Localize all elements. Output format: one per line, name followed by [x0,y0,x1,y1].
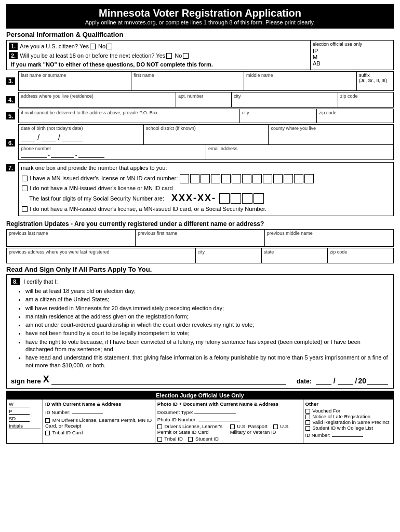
addr-row: address where you live (residence) apt. … [18,92,394,108]
cert-item-6: have not been found by a court to be leg… [25,329,389,337]
row6-outer: date of birth (not today's date) / / sch… [18,124,394,160]
doc-type-field[interactable] [194,408,236,414]
tribal-id-label: Tribal ID [164,436,183,442]
dob-year-input[interactable] [62,133,83,141]
mail-city-input[interactable] [242,115,314,122]
q2-no-checkbox[interactable] [183,53,189,59]
lic-box-12[interactable] [294,174,303,183]
student-college-label: Student ID with College List [312,425,373,431]
addr-input[interactable] [21,99,174,105]
last-name-input[interactable] [21,78,129,84]
date-20: 20 [358,377,366,385]
row7-opt1-checkbox[interactable] [22,176,28,181]
row5-num: 5. [6,112,15,119]
lic-box-7[interactable] [242,174,251,183]
passport-checkbox[interactable] [230,424,235,429]
lic-box-8[interactable] [252,174,262,183]
date-year-blank[interactable] [367,376,388,385]
cert-intro-row: 8. I certify that I: [11,278,389,285]
lic-box-13[interactable] [304,174,314,183]
name-row: last name or surname first name middle n… [18,71,394,91]
cert-num: 8. [11,278,20,285]
lic-box-5[interactable] [221,174,231,183]
dl-permit-option: Driver's License, Learner's Permit or St… [157,423,228,435]
q1-yes-checkbox[interactable] [90,44,96,49]
lic-box-11[interactable] [284,174,293,183]
date-month-blank[interactable] [316,376,331,385]
official-m: M [313,54,391,60]
prev-zip-input[interactable] [330,255,391,261]
q2-yes-checkbox[interactable] [166,53,172,59]
sign-blank[interactable] [51,375,286,385]
cert-item-2: am a citizen of the United States; [25,296,389,303]
lic-box-4[interactable] [211,174,220,183]
dob-month-input[interactable] [21,133,35,141]
prev-middle-input[interactable] [267,236,391,242]
county-input[interactable] [271,131,391,137]
mail-input[interactable] [21,115,237,122]
id-number-field[interactable] [72,408,103,414]
lic-box-2[interactable] [190,174,199,183]
mail-zip-label: zip code [319,110,391,115]
lic-box-6[interactable] [232,174,241,183]
phone-prefix-input[interactable] [51,151,74,158]
student-id-checkbox[interactable] [188,437,193,442]
prev-first-input[interactable] [138,236,262,242]
tribal-id-checkbox[interactable] [157,437,162,442]
suffix-input[interactable] [359,83,391,89]
email-input[interactable] [208,151,391,157]
tribal-checkbox[interactable] [45,431,50,435]
first-name-input[interactable] [134,78,242,84]
row6-num: 6. [6,139,15,147]
lic-box-3[interactable] [201,174,210,183]
prev-addr-input[interactable] [9,255,193,261]
notice-late-checkbox[interactable] [305,415,310,419]
lic-box-9[interactable] [263,174,272,183]
city-input[interactable] [234,99,336,105]
ssn-box-1[interactable] [219,193,230,204]
vouched-checkbox[interactable] [305,409,310,414]
page-subtitle: Apply online at mnvotes.org, or complete… [8,19,392,25]
prev-state-input[interactable] [264,255,325,261]
prev-last-input[interactable] [9,236,133,242]
valid-same-checkbox[interactable] [305,420,310,425]
first-name-cell: first name [131,72,244,90]
photo-id-field[interactable] [198,415,240,421]
suffix-label: suffix (Jr., Sr., II, III) [359,73,387,83]
dl-permit-checkbox[interactable] [157,424,162,429]
id-number2-field[interactable] [332,431,363,437]
middle-name-input[interactable] [246,78,354,84]
row6-num-wrap: 6. [6,124,17,161]
row7-opt3-checkbox[interactable] [22,206,28,212]
phone-number-input[interactable] [78,151,104,158]
date-day-blank[interactable] [338,376,353,385]
mn-dl-checkbox[interactable] [45,418,50,423]
ssn-box-4[interactable] [254,193,264,204]
school-input[interactable] [146,131,266,137]
photo-options2: Tribal ID Student ID [157,436,301,442]
passport-option: U.S. Passport U.S. Military or Veteran I… [230,423,301,435]
lic-box-10[interactable] [273,174,283,183]
sd-row: SD [9,416,41,422]
military-checkbox[interactable] [273,424,278,429]
warning-text: If you mark "NO" to either of these ques… [9,60,308,69]
row7-opt1: I have a MN-issued driver's license or M… [21,173,391,183]
apt-input[interactable] [178,99,229,105]
ssn-box-2[interactable] [231,193,241,204]
notice-late-row: Notice of Late Registration [305,414,391,419]
prev-city-input[interactable] [198,255,259,261]
phone-area-input[interactable] [21,151,47,158]
lic-box-1[interactable] [180,174,189,183]
q-main-block: 1. Are you a U.S. citizen? Yes No 2. Wil… [6,40,311,70]
q1-no-checkbox[interactable] [106,44,112,49]
zip-input[interactable] [340,99,391,105]
col2-title: ID with Current Name & Address [45,401,153,407]
ssn-box-3[interactable] [242,193,252,204]
w-row: W [9,401,41,407]
dob-day-input[interactable] [42,133,56,141]
mail-zip-input[interactable] [319,115,391,122]
student-college-checkbox[interactable] [305,426,310,431]
doc-type-row: Document Type: [157,408,301,415]
dob-slash2: / [58,133,60,141]
row7-opt2-checkbox[interactable] [22,185,28,191]
